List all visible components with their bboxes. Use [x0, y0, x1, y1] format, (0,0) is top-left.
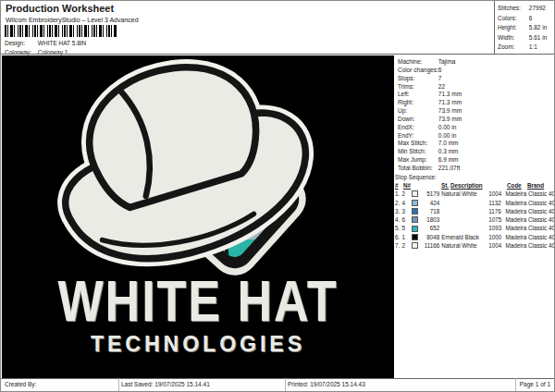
row-code: 1176 [488, 207, 505, 215]
machine-info-value: 0.3 mm [438, 148, 459, 154]
row-num: 6. [393, 233, 402, 241]
stat-label: Stitches: [498, 4, 527, 14]
stat-row: Zoom: 1:1 [498, 43, 555, 53]
row-stitches: 718 [421, 207, 441, 215]
col-header-needle: N# [403, 181, 414, 190]
table-row: 7. 2 11166 Natural White 1004 Madeira Cl… [393, 241, 555, 250]
logo-text-line1: WHITE HAT [2, 266, 394, 334]
footer-created-by: Created By: [5, 381, 36, 387]
row-num: 3. [393, 207, 402, 215]
table-row: 4. 6 1803 1075 Madeira Classic 40 [393, 215, 555, 224]
row-code: 1004 [488, 241, 505, 250]
machine-info-label: Machine: [398, 58, 437, 67]
row-brand: Madeira Classic 40 [505, 215, 555, 224]
machine-info-value: 73.9 mm [438, 116, 462, 122]
machine-info-label: Color changes: [398, 67, 437, 75]
row-needle: 6 [402, 215, 412, 224]
row-description: Natural White [441, 241, 488, 250]
row-brand: Madeira Classic 40 [505, 190, 555, 198]
machine-info-value: 73.9 mm [438, 107, 462, 114]
machine-info-row: Color changes: 6 [398, 67, 462, 75]
machine-info-row: Machine: Tajima [398, 58, 462, 67]
machine-info-label: Total Bobbin: [398, 165, 437, 173]
table-row: 3. 3 718 1176 Madeira Classic 40 [393, 207, 555, 215]
fedora-hat [42, 55, 322, 276]
stop-sequence-section: Stop Sequence: # N# St. Description Code… [393, 173, 555, 250]
machine-info-row: EndX: 0.00 in [398, 124, 462, 132]
thread-color-swatch [412, 208, 422, 214]
machine-info-row: Stops: 7 [398, 75, 462, 83]
machine-info-value: 0.00 in [438, 124, 457, 130]
stat-value: 6 [529, 15, 533, 21]
stat-label: Colors: [498, 14, 527, 24]
thread-color-swatch [412, 190, 422, 197]
design-preview-canvas: WHITE HAT TECHNOLOGIES [2, 55, 394, 378]
machine-info-label: Trims: [398, 83, 437, 92]
row-num: 1. [393, 190, 402, 198]
app-subtitle: Wilcom EmbroideryStudio – Level 3 Advanc… [6, 17, 139, 23]
row-stitches: 1803 [421, 215, 441, 224]
machine-info-value: 71.3 mm [438, 91, 462, 97]
row-num: 2. [393, 199, 402, 207]
footer-separator [285, 378, 286, 392]
stat-value: 27992 [529, 5, 546, 11]
machine-info-label: Down: [398, 116, 437, 124]
machine-info-label: Min Stitch: [398, 148, 437, 156]
col-header-brand: Brand [527, 181, 555, 190]
row-code: 1132 [488, 199, 505, 207]
stop-sequence-header: # N# St. Description Code Brand [393, 181, 555, 190]
footer-printed: Printed: 19/07/2025 15.14.43 [288, 381, 365, 387]
machine-info-label: EndY: [398, 132, 437, 141]
footer-separator [515, 378, 516, 392]
row-num: 5. [393, 224, 402, 232]
machine-info-row: Min Stitch: 0.3 mm [398, 148, 462, 156]
row-stitches: 8048 [421, 233, 441, 241]
machine-info-value: 7.0 mm [438, 140, 459, 146]
machine-info-row: Left: 71.3 mm [398, 91, 462, 99]
thread-color-swatch [412, 226, 422, 232]
machine-info-label: Max Stitch: [398, 140, 437, 148]
col-header-stitches: St. [426, 181, 450, 190]
col-header-description: Description [450, 181, 507, 190]
row-code: 1000 [488, 233, 505, 241]
machine-info-row: EndY: 0.00 in [398, 132, 462, 141]
machine-info-row: Up: 73.9 mm [398, 107, 462, 116]
row-num: 4. [393, 215, 402, 224]
row-brand: Madeira Classic 40 [505, 233, 555, 241]
logo-text-line2: TECHNOLOGIES [2, 332, 394, 357]
row-code: 1075 [488, 215, 505, 224]
stat-value: 1:1 [529, 43, 537, 50]
machine-info-label: Up: [398, 107, 437, 116]
design-label: Design: [5, 40, 36, 46]
row-needle: 3 [402, 207, 412, 215]
thread-color-swatch [412, 216, 422, 223]
row-num: 7. [393, 241, 402, 250]
machine-info-value: 71.3 mm [438, 99, 462, 105]
footer-separator [118, 378, 119, 392]
design-row: Design: WHITE HAT 5.8IN [5, 40, 86, 46]
machine-info-row: Down: 73.9 mm [398, 116, 462, 124]
row-needle: 2 [402, 241, 412, 250]
footer-page-number: Page 1 of 1 [520, 381, 550, 387]
table-row: 5. 5 652 1093 Madeira Classic 40 [393, 224, 555, 232]
machine-info-row: Trims: 22 [398, 83, 462, 92]
machine-info-value: 7 [438, 75, 442, 81]
machine-info-label: Left: [398, 91, 437, 99]
machine-info-value: 6 [438, 67, 442, 73]
row-brand: Madeira Classic 40 [505, 241, 555, 250]
stat-row: Stitches: 27992 [498, 4, 555, 14]
stat-value: 5.61 in [529, 34, 548, 41]
stop-sequence-title: Stop Sequence: [393, 173, 555, 181]
machine-info-label: Stops: [398, 75, 437, 83]
footer-divider [1, 378, 555, 379]
machine-info-value: 6.9 mm [438, 156, 459, 163]
design-value: WHITE HAT 5.8IN [38, 40, 87, 46]
machine-info-row: Max Stitch: 7.0 mm [398, 140, 462, 148]
machine-info-label: Right: [398, 99, 437, 107]
stat-row: Height: 5.82 in [498, 23, 555, 33]
stat-value: 5.82 in [529, 24, 548, 31]
production-worksheet-page: Production Worksheet Wilcom EmbroiderySt… [0, 0, 555, 392]
machine-info-panel: Machine: Tajima Color changes: 6 Stops: … [398, 58, 462, 173]
stat-row: Width: 5.61 in [498, 33, 555, 43]
machine-info-value: 22 [438, 83, 445, 90]
